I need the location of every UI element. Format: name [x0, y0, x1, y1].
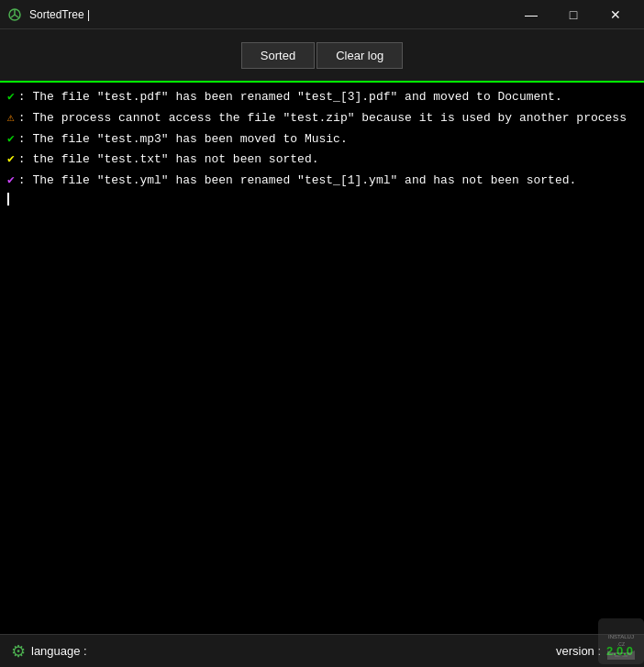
svg-line-3	[11, 15, 15, 17]
maximize-button[interactable]: □	[552, 0, 594, 29]
text-cursor	[7, 193, 9, 206]
language-label: language :	[31, 644, 87, 658]
status-left: ⚙ language :	[11, 641, 87, 661]
log-text: : The process cannot access the file "te…	[18, 109, 627, 128]
log-text: : the file "test.txt" has not been sorte…	[18, 150, 319, 170]
gear-icon[interactable]: ⚙	[11, 641, 26, 661]
log-area[interactable]: ✔: The file "test.pdf" has been renamed …	[0, 83, 644, 634]
version-label: version :	[556, 644, 601, 658]
toolbar: Sorted Clear log	[0, 29, 644, 83]
log-entry: ⚠: The process cannot access the file "t…	[7, 109, 637, 128]
sorted-button[interactable]: Sorted	[241, 42, 315, 69]
window-title: SortedTree |	[29, 8, 90, 21]
log-icon: ✔	[7, 88, 15, 107]
status-right: version : 2.0.0 INSTALUJ .CZ	[556, 644, 633, 658]
log-icon: ✔	[7, 172, 15, 191]
svg-line-2	[15, 15, 18, 17]
log-icon: ✔	[7, 150, 15, 170]
log-text: : The file "test.yml" has been renamed "…	[18, 172, 577, 191]
close-button[interactable]: ✕	[594, 0, 637, 29]
title-bar-controls: — □ ✕	[510, 0, 637, 29]
cursor-line	[7, 193, 637, 206]
log-entry: ✔: the file "test.txt" has not been sort…	[7, 150, 637, 170]
minimize-button[interactable]: —	[510, 0, 552, 29]
log-text: : The file "test.pdf" has been renamed "…	[18, 88, 562, 107]
log-text: : The file "test.mp3" has been moved to …	[18, 130, 348, 150]
title-bar: SortedTree | — □ ✕	[0, 0, 644, 29]
log-entry: ✔: The file "test.yml" has been renamed …	[7, 172, 637, 191]
clear-log-button[interactable]: Clear log	[316, 42, 403, 69]
app-icon	[7, 7, 22, 22]
log-entry: ✔: The file "test.mp3" has been moved to…	[7, 130, 637, 150]
log-entry: ✔: The file "test.pdf" has been renamed …	[7, 88, 637, 107]
log-icon: ✔	[7, 130, 15, 150]
svg-text:.CZ: .CZ	[617, 641, 625, 647]
title-bar-left: SortedTree |	[7, 7, 90, 22]
instaluj-badge: INSTALUJ .CZ	[598, 618, 644, 664]
svg-text:INSTALUJ: INSTALUJ	[608, 634, 634, 639]
status-bar: ⚙ language : version : 2.0.0 INSTALUJ .C…	[0, 634, 644, 667]
log-icon: ⚠	[7, 109, 15, 128]
